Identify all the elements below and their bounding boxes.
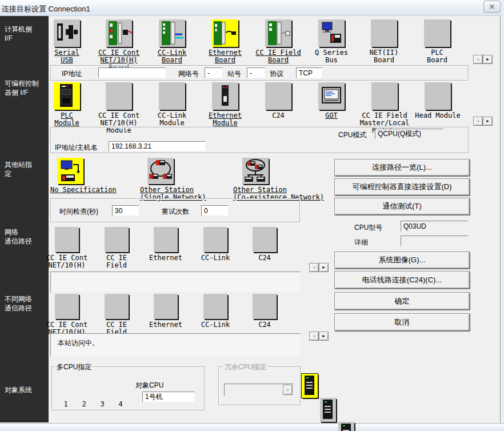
no-specification-icon: [57, 158, 83, 184]
retry-count-input[interactable]: 0: [201, 205, 229, 216]
scroll-right-icon[interactable]: ►: [319, 332, 329, 341]
other-station-single-network-icon: [147, 158, 174, 184]
plc-if-head-module: Head Module: [406, 82, 470, 119]
cpu3-icon[interactable]: [338, 422, 354, 431]
station-no-label: 站号: [227, 69, 241, 79]
cpu2-label: 2: [76, 401, 92, 408]
ip-address-input[interactable]: [98, 67, 166, 78]
multi-cpu-legend: 多CPU指定: [55, 362, 93, 372]
scroll-left-icon[interactable]: ◄: [473, 55, 483, 64]
blank-board-icon: [106, 82, 132, 110]
station-no-input[interactable]: -: [247, 67, 265, 78]
other-station-single-network[interactable]: Other Station (Single Network): [140, 158, 231, 201]
network-no-label: 网络号: [178, 69, 199, 79]
plc-direct-connection-button[interactable]: 可编程控制器直接连接设置(D): [334, 178, 470, 195]
window-title: 连接目标设置 Connection1: [2, 4, 90, 14]
serial-usb-icon: [54, 19, 80, 47]
protocol-label: 协议: [270, 69, 283, 79]
communication-test-button[interactable]: 通信测试(T): [334, 198, 470, 215]
target-cpu-value: 1号机: [142, 392, 195, 402]
scroll-left-icon[interactable]: ◄: [309, 332, 319, 341]
ok-button[interactable]: 确定: [334, 292, 470, 310]
phone-line-connection-button[interactable]: 电话线路连接(C24)(C)...: [334, 271, 470, 289]
target-cpu-label: 对象CPU: [135, 381, 163, 390]
network-route-c24: C24: [239, 227, 290, 262]
sidebar-label-coexistence-route: 不同网络 通信路径: [5, 294, 32, 313]
blank-board-icon: [154, 294, 178, 319]
coexistence-route-cc-ie-field: CC IE Field: [91, 294, 142, 336]
system-image-button[interactable]: 系统图像(G)...: [334, 252, 470, 269]
coexistence-route-ethernet: Ethernet: [140, 294, 191, 329]
blank-board-icon: [371, 19, 397, 47]
protocol-input[interactable]: TCP: [296, 67, 322, 78]
access-status-note: 本站访问中。: [50, 333, 301, 357]
cpu1-icon[interactable]: [302, 374, 318, 398]
plc-module-icon: [54, 82, 80, 110]
blank-board-icon: [55, 294, 79, 319]
cpu-type-label: CPU型号: [354, 223, 382, 233]
network-no-input[interactable]: -: [205, 67, 223, 78]
connection-route-list-button[interactable]: 连接路径一览(L)...: [334, 159, 470, 176]
sidebar-label-plc-if: 可编程控制 器侧 I/F: [5, 79, 39, 97]
ethernet-module-icon: [212, 82, 238, 110]
cc-ie-field-board-icon: [265, 19, 291, 47]
blank-board-icon: [105, 294, 129, 319]
sidebar-label-other-station: 其他站指 定: [5, 160, 32, 178]
blank-board-icon: [159, 82, 185, 110]
blank-board-icon: [265, 82, 291, 110]
desktop-background: [501, 0, 504, 431]
transfer-setup-dialog: 连接目标设置 Connection1 ✕ 计算机侧 I/F 可编程控制 器侧 I…: [0, 0, 504, 431]
plc-if-scroller: ◄►: [473, 114, 493, 126]
blank-board-icon: [371, 82, 398, 110]
network-route-scroller: ◄►: [309, 261, 329, 272]
cpu-mode-value: QCPU(Q模式): [375, 129, 443, 139]
cpu2-icon[interactable]: [320, 398, 336, 422]
desktop-bottom-strip: [0, 423, 504, 431]
blank-board-icon: [203, 294, 227, 319]
network-route-cc-link: CC-Link: [190, 227, 241, 262]
q-series-bus-icon: [318, 19, 345, 47]
detail-value: [401, 236, 468, 246]
network-route-ethernet: Ethernet: [140, 227, 191, 262]
retry-count-label: 重试次数: [162, 207, 189, 217]
scroll-right-icon[interactable]: ►: [483, 55, 493, 64]
check-time-input[interactable]: 30: [112, 205, 139, 216]
cpu3-label: 3: [94, 401, 110, 408]
pc-if-scroller: ◄►: [473, 53, 493, 64]
sidebar-label-pc-if: 计算机侧 I/F: [5, 25, 32, 43]
other-station-coexistence-network-icon: [242, 158, 269, 184]
cc-ie-cont-board-icon: [106, 19, 132, 47]
host-name-input[interactable]: 192.168.3.21: [109, 141, 206, 151]
blank-board-icon: [425, 82, 451, 110]
section-sidebar: [0, 16, 49, 422]
redundant-cpu-dropdown: ▼: [224, 384, 294, 396]
close-button[interactable]: ✕: [483, 1, 501, 13]
other-station-coexistence-network[interactable]: Other Station (Co-existence Network): [233, 158, 336, 201]
coexistence-route-cc-link: CC-Link: [190, 294, 241, 329]
ethernet-board-icon: [212, 19, 238, 47]
scroll-right-icon[interactable]: ►: [483, 117, 493, 126]
close-icon: ✕: [489, 3, 495, 11]
network-route-note: [50, 272, 301, 293]
pc-if-plc-board: PLC Board: [406, 19, 469, 64]
other-station-no-specification[interactable]: No Specification: [50, 158, 136, 194]
blank-board-icon: [203, 227, 227, 252]
scroll-right-icon[interactable]: ►: [319, 263, 329, 272]
coexistence-route-scroller: ◄►: [309, 329, 329, 341]
blank-board-icon: [253, 294, 277, 319]
host-name-label: IP地址/主机名: [55, 143, 98, 153]
ip-address-label: IP地址: [62, 69, 82, 79]
blank-board-icon: [154, 227, 178, 252]
scroll-left-icon[interactable]: ◄: [309, 263, 319, 272]
cpu4-label: 4: [113, 401, 129, 408]
cancel-button[interactable]: 取消: [334, 313, 470, 331]
network-route-cc-ie-field: CC IE Field: [91, 227, 142, 269]
cpu-mode-label: CPU模式: [338, 130, 366, 140]
blank-board-icon: [105, 227, 129, 252]
cc-link-board-icon: [159, 19, 185, 47]
network-route-cc-ie-cont: CC IE Cont NET/10(H): [41, 227, 93, 269]
detail-label: 详细: [354, 238, 368, 248]
cpu1-label: 1: [58, 401, 74, 408]
check-time-label: 时间检查(秒): [59, 207, 98, 217]
scroll-left-icon[interactable]: ◄: [473, 117, 483, 126]
